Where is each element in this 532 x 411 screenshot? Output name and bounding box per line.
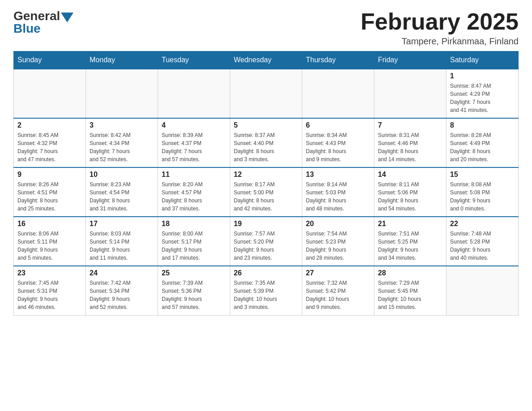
day-info: Sunrise: 8:45 AMSunset: 4:32 PMDaylight:… bbox=[17, 131, 82, 163]
day-of-week-header: Thursday bbox=[302, 51, 374, 69]
day-info: Sunrise: 7:39 AMSunset: 5:36 PMDaylight:… bbox=[162, 279, 226, 311]
day-number: 4 bbox=[162, 121, 226, 129]
calendar-cell: 2Sunrise: 8:45 AMSunset: 4:32 PMDaylight… bbox=[14, 118, 86, 167]
day-info: Sunrise: 7:48 AMSunset: 5:28 PMDaylight:… bbox=[450, 230, 515, 262]
logo: General Blue bbox=[13, 9, 73, 36]
calendar-cell bbox=[14, 69, 86, 118]
calendar-week-row: 9Sunrise: 8:26 AMSunset: 4:51 PMDaylight… bbox=[14, 167, 519, 217]
day-number: 27 bbox=[306, 269, 370, 277]
day-info: Sunrise: 8:39 AMSunset: 4:37 PMDaylight:… bbox=[162, 131, 226, 163]
day-info: Sunrise: 7:51 AMSunset: 5:25 PMDaylight:… bbox=[378, 230, 442, 262]
day-of-week-header: Wednesday bbox=[230, 51, 302, 69]
day-info: Sunrise: 7:35 AMSunset: 5:39 PMDaylight:… bbox=[234, 279, 298, 311]
day-of-week-header: Monday bbox=[86, 51, 158, 69]
calendar-cell: 26Sunrise: 7:35 AMSunset: 5:39 PMDayligh… bbox=[230, 266, 302, 315]
day-number: 5 bbox=[234, 121, 298, 129]
calendar-cell: 14Sunrise: 8:11 AMSunset: 5:06 PMDayligh… bbox=[374, 167, 446, 217]
day-number: 25 bbox=[162, 269, 226, 277]
day-number: 20 bbox=[306, 220, 370, 228]
calendar-cell: 5Sunrise: 8:37 AMSunset: 4:40 PMDaylight… bbox=[230, 118, 302, 167]
logo-blue-text: Blue bbox=[13, 21, 41, 36]
day-number: 14 bbox=[378, 171, 442, 179]
day-info: Sunrise: 8:17 AMSunset: 5:00 PMDaylight:… bbox=[234, 180, 298, 213]
calendar-cell: 23Sunrise: 7:45 AMSunset: 5:31 PMDayligh… bbox=[14, 266, 86, 315]
calendar-cell: 9Sunrise: 8:26 AMSunset: 4:51 PMDaylight… bbox=[14, 167, 86, 217]
location-text: Tampere, Pirkanmaa, Finland bbox=[360, 36, 519, 47]
calendar-cell: 7Sunrise: 8:31 AMSunset: 4:46 PMDaylight… bbox=[374, 118, 446, 167]
day-number: 11 bbox=[162, 171, 226, 179]
day-info: Sunrise: 8:20 AMSunset: 4:57 PMDaylight:… bbox=[162, 180, 226, 213]
day-number: 2 bbox=[17, 121, 82, 129]
day-number: 3 bbox=[90, 121, 154, 129]
calendar-cell: 24Sunrise: 7:42 AMSunset: 5:34 PMDayligh… bbox=[86, 266, 158, 315]
day-info: Sunrise: 8:08 AMSunset: 5:08 PMDaylight:… bbox=[450, 180, 515, 213]
calendar-cell: 27Sunrise: 7:32 AMSunset: 5:42 PMDayligh… bbox=[302, 266, 374, 315]
day-of-week-header: Tuesday bbox=[158, 51, 230, 69]
day-info: Sunrise: 8:00 AMSunset: 5:17 PMDaylight:… bbox=[162, 230, 226, 262]
calendar-cell bbox=[230, 69, 302, 118]
day-info: Sunrise: 8:37 AMSunset: 4:40 PMDaylight:… bbox=[234, 131, 298, 163]
day-info: Sunrise: 7:29 AMSunset: 5:45 PMDaylight:… bbox=[378, 279, 442, 311]
day-of-week-header: Saturday bbox=[446, 51, 519, 69]
calendar-week-row: 1Sunrise: 8:47 AMSunset: 4:29 PMDaylight… bbox=[14, 69, 519, 118]
day-number: 22 bbox=[450, 220, 515, 228]
day-info: Sunrise: 7:32 AMSunset: 5:42 PMDaylight:… bbox=[306, 279, 370, 311]
calendar-table: SundayMondayTuesdayWednesdayThursdayFrid… bbox=[13, 51, 519, 316]
calendar-cell: 17Sunrise: 8:03 AMSunset: 5:14 PMDayligh… bbox=[86, 217, 158, 266]
calendar-cell: 13Sunrise: 8:14 AMSunset: 5:03 PMDayligh… bbox=[302, 167, 374, 217]
day-number: 16 bbox=[17, 220, 82, 228]
logo-arrow-icon bbox=[61, 13, 73, 22]
calendar-cell bbox=[446, 266, 519, 315]
day-info: Sunrise: 8:28 AMSunset: 4:49 PMDaylight:… bbox=[450, 131, 515, 163]
day-number: 8 bbox=[450, 121, 515, 129]
month-title: February 2025 bbox=[360, 9, 519, 34]
calendar-cell: 25Sunrise: 7:39 AMSunset: 5:36 PMDayligh… bbox=[158, 266, 230, 315]
day-number: 23 bbox=[17, 269, 82, 277]
calendar-cell: 20Sunrise: 7:54 AMSunset: 5:23 PMDayligh… bbox=[302, 217, 374, 266]
day-info: Sunrise: 7:54 AMSunset: 5:23 PMDaylight:… bbox=[306, 230, 370, 262]
calendar-cell: 18Sunrise: 8:00 AMSunset: 5:17 PMDayligh… bbox=[158, 217, 230, 266]
calendar-cell: 21Sunrise: 7:51 AMSunset: 5:25 PMDayligh… bbox=[374, 217, 446, 266]
day-info: Sunrise: 7:45 AMSunset: 5:31 PMDaylight:… bbox=[17, 279, 82, 311]
day-info: Sunrise: 8:31 AMSunset: 4:46 PMDaylight:… bbox=[378, 131, 442, 163]
day-info: Sunrise: 8:06 AMSunset: 5:11 PMDaylight:… bbox=[17, 230, 82, 262]
calendar-cell: 11Sunrise: 8:20 AMSunset: 4:57 PMDayligh… bbox=[158, 167, 230, 217]
day-info: Sunrise: 8:14 AMSunset: 5:03 PMDaylight:… bbox=[306, 180, 370, 213]
calendar-cell: 12Sunrise: 8:17 AMSunset: 5:00 PMDayligh… bbox=[230, 167, 302, 217]
calendar-cell: 10Sunrise: 8:23 AMSunset: 4:54 PMDayligh… bbox=[86, 167, 158, 217]
day-number: 24 bbox=[90, 269, 154, 277]
day-info: Sunrise: 8:11 AMSunset: 5:06 PMDaylight:… bbox=[378, 180, 442, 213]
calendar-week-row: 16Sunrise: 8:06 AMSunset: 5:11 PMDayligh… bbox=[14, 217, 519, 266]
day-number: 21 bbox=[378, 220, 442, 228]
calendar-cell bbox=[374, 69, 446, 118]
calendar-cell: 15Sunrise: 8:08 AMSunset: 5:08 PMDayligh… bbox=[446, 167, 519, 217]
title-block: February 2025 Tampere, Pirkanmaa, Finlan… bbox=[360, 9, 519, 47]
calendar-cell: 28Sunrise: 7:29 AMSunset: 5:45 PMDayligh… bbox=[374, 266, 446, 315]
calendar-cell: 6Sunrise: 8:34 AMSunset: 4:43 PMDaylight… bbox=[302, 118, 374, 167]
day-info: Sunrise: 8:34 AMSunset: 4:43 PMDaylight:… bbox=[306, 131, 370, 163]
calendar-cell bbox=[158, 69, 230, 118]
calendar-cell: 3Sunrise: 8:42 AMSunset: 4:34 PMDaylight… bbox=[86, 118, 158, 167]
calendar-cell: 1Sunrise: 8:47 AMSunset: 4:29 PMDaylight… bbox=[446, 69, 519, 118]
day-number: 6 bbox=[306, 121, 370, 129]
day-number: 26 bbox=[234, 269, 298, 277]
day-info: Sunrise: 7:57 AMSunset: 5:20 PMDaylight:… bbox=[234, 230, 298, 262]
day-number: 18 bbox=[162, 220, 226, 228]
calendar-cell: 19Sunrise: 7:57 AMSunset: 5:20 PMDayligh… bbox=[230, 217, 302, 266]
day-number: 13 bbox=[306, 171, 370, 179]
calendar-cell: 22Sunrise: 7:48 AMSunset: 5:28 PMDayligh… bbox=[446, 217, 519, 266]
day-number: 28 bbox=[378, 269, 442, 277]
day-number: 17 bbox=[90, 220, 154, 228]
day-number: 10 bbox=[90, 171, 154, 179]
page-header: General Blue February 2025 Tampere, Pirk… bbox=[13, 9, 519, 47]
day-info: Sunrise: 8:42 AMSunset: 4:34 PMDaylight:… bbox=[90, 131, 154, 163]
calendar-cell bbox=[86, 69, 158, 118]
day-number: 19 bbox=[234, 220, 298, 228]
calendar-cell: 8Sunrise: 8:28 AMSunset: 4:49 PMDaylight… bbox=[446, 118, 519, 167]
day-info: Sunrise: 8:23 AMSunset: 4:54 PMDaylight:… bbox=[90, 180, 154, 213]
calendar-cell: 16Sunrise: 8:06 AMSunset: 5:11 PMDayligh… bbox=[14, 217, 86, 266]
calendar-cell: 4Sunrise: 8:39 AMSunset: 4:37 PMDaylight… bbox=[158, 118, 230, 167]
day-number: 7 bbox=[378, 121, 442, 129]
day-info: Sunrise: 8:03 AMSunset: 5:14 PMDaylight:… bbox=[90, 230, 154, 262]
day-number: 15 bbox=[450, 171, 515, 179]
